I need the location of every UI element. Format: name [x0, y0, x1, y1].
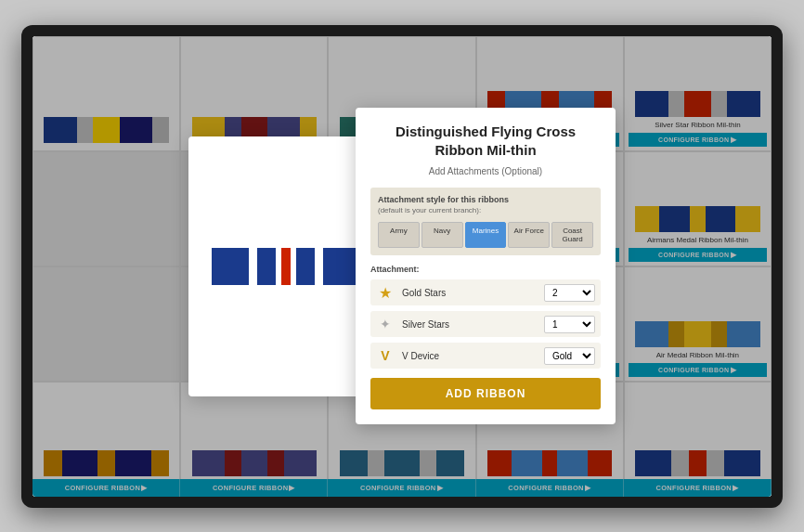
branch-tab-airforce[interactable]: Air Force — [508, 222, 550, 248]
branch-tab-navy[interactable]: Navy — [421, 222, 463, 248]
attachment-style-section: Attachment style for this ribbons (defau… — [370, 188, 601, 255]
branch-tab-coastguard-label: Coast Guard — [562, 227, 582, 243]
v-device-icon: V — [376, 346, 395, 365]
branch-tab-airforce-label: Air Force — [514, 227, 544, 235]
branch-tab-marines[interactable]: Marines — [465, 222, 507, 248]
silver-stars-select[interactable]: 1 2 3 — [544, 316, 595, 333]
panel-title: Distinguished Flying Cross Ribbon Mil-th… — [370, 123, 601, 159]
preview-card — [188, 136, 383, 396]
silver-stars-row: ✦ Silver Stars 1 2 3 — [370, 311, 601, 337]
panel-title-line2: Ribbon Mil-thin — [434, 142, 536, 158]
attachment-section-label: Attachment: — [370, 265, 601, 274]
attach-style-subtitle: (default is your current branch): — [378, 206, 593, 214]
gold-stars-row: ★ Gold Stars 2 1 3 4 5 — [370, 279, 601, 305]
laptop-frame: DOT Guardian Ribbon Mil-thin CONFIGURE R… — [21, 25, 783, 508]
silver-stars-name: Silver Stars — [402, 319, 544, 330]
modal-overlay: Distinguished Flying Cross Ribbon Mil-th… — [32, 36, 772, 497]
v-device-select[interactable]: Gold Silver — [544, 347, 595, 365]
branch-tab-navy-label: Navy — [434, 227, 450, 235]
branch-tab-army-label: Army — [390, 227, 408, 235]
branch-tabs: Army Navy Marines Air Force Coast Guard — [378, 222, 593, 248]
attachment-section: Attachment: ★ Gold Stars 2 1 3 4 5 — [370, 265, 601, 369]
preview-ribbon — [212, 248, 360, 285]
panel-subtitle: Add Attachments (Optional) — [370, 166, 601, 176]
silver-star-icon: ✦ — [376, 315, 395, 333]
gold-stars-name: Gold Stars — [402, 288, 544, 298]
add-ribbon-button[interactable]: ADD RIBBON — [370, 378, 601, 409]
branch-tab-marines-label: Marines — [473, 227, 499, 235]
attach-style-title: Attachment style for this ribbons — [378, 195, 593, 204]
branch-tab-army[interactable]: Army — [378, 222, 420, 248]
branch-tab-coastguard[interactable]: Coast Guard — [551, 222, 593, 248]
panel-title-line1: Distinguished Flying Cross — [396, 123, 576, 139]
screen-content: DOT Guardian Ribbon Mil-thin CONFIGURE R… — [32, 36, 772, 497]
gold-star-icon: ★ — [376, 283, 395, 302]
gold-stars-select[interactable]: 2 1 3 4 5 — [544, 284, 595, 302]
add-ribbon-label: ADD RIBBON — [446, 387, 526, 400]
configure-panel: Distinguished Flying Cross Ribbon Mil-th… — [356, 108, 616, 424]
v-device-name: V Device — [402, 351, 544, 361]
v-device-row: V V Device Gold Silver — [370, 343, 601, 369]
